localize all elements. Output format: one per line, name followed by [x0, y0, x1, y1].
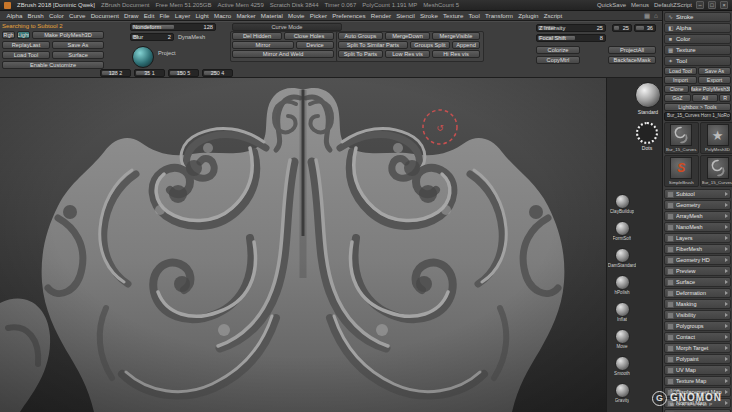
close-icon[interactable]: × — [720, 1, 728, 9]
save-as-button[interactable]: Save As — [52, 41, 104, 49]
tool-thumb-polymesh3d[interactable]: ★ PolyMesh3D — [700, 122, 732, 154]
mini-slider[interactable]: 150 5 — [168, 69, 199, 77]
palette-header[interactable]: ∿Stroke — [664, 12, 731, 22]
subpalette-row[interactable]: Deformation — [664, 288, 731, 298]
tool-thumb-current[interactable]: Bur_15_Curves — [664, 122, 699, 154]
device-button[interactable]: Device — [296, 41, 334, 49]
menu-item[interactable]: Texture — [440, 12, 465, 19]
menu-item[interactable]: Draw — [121, 12, 141, 19]
subpalette-row[interactable]: Preview — [664, 266, 731, 276]
load-tool-button[interactable]: Load Tool — [2, 51, 50, 59]
menu-item[interactable]: Curve — [66, 12, 88, 19]
backface-mask-button[interactable]: BackfaceMask — [608, 56, 656, 64]
title-right-item[interactable]: DefaultZScript — [654, 2, 692, 8]
groups-split-button[interactable]: Groups Split — [410, 41, 450, 49]
mini-slider[interactable]: 35 1 — [134, 69, 165, 77]
mini-slider[interactable]: 128 2 — [100, 69, 131, 77]
z-intensity-slider[interactable]: Z Intensity 25 — [536, 24, 606, 32]
close-holes-button[interactable]: Close Holes — [284, 32, 334, 40]
clone-button[interactable]: Clone — [664, 85, 689, 93]
brush-shortcut[interactable]: Gravity — [607, 383, 637, 410]
menu-item[interactable]: Brush — [25, 12, 46, 19]
subpalette-row[interactable]: NanoMesh — [664, 222, 731, 232]
menu-item[interactable]: Macro — [211, 12, 233, 19]
brush-shortcut[interactable]: hPolish — [607, 275, 637, 302]
menu-item[interactable]: Render — [368, 12, 393, 19]
subpalette-row[interactable]: Polypaint — [664, 354, 731, 364]
minimize-icon[interactable]: – — [696, 1, 704, 9]
import-button[interactable]: Import — [664, 76, 697, 84]
export-button[interactable]: Export — [698, 76, 731, 84]
surface-button[interactable]: Surface — [52, 51, 104, 59]
mini-slider[interactable]: 250 4 — [202, 69, 233, 77]
aux-slider-2[interactable]: 36 — [634, 24, 656, 32]
brush-shortcut[interactable]: Inflat — [607, 302, 637, 329]
curve-mode-button[interactable]: Curve Mode — [232, 23, 342, 31]
home-icon[interactable]: ⌂ — [654, 12, 658, 19]
palette-header[interactable]: ✦Tool — [664, 56, 731, 66]
blur-slider[interactable]: Blur 2 — [130, 33, 174, 41]
panel-save-as-button[interactable]: Save As — [698, 67, 731, 75]
subpalette-row[interactable]: Contact — [664, 332, 731, 342]
current-tool-name[interactable]: Bur_15_Curves Horn 1_NoRc4 — [664, 112, 731, 121]
document-canvas[interactable]: ↺ — [0, 78, 606, 412]
mirror-button[interactable]: Mirror — [232, 41, 294, 49]
menu-item[interactable]: Color — [46, 12, 66, 19]
colorize-button[interactable]: Colorize — [536, 46, 580, 54]
subpalette-row[interactable]: Subtool — [664, 189, 731, 199]
make-polymesh3d-button[interactable]: Make PolyMesh3D — [32, 31, 104, 39]
subpalette-row[interactable]: Morph Target — [664, 343, 731, 353]
subpalette-row[interactable]: FiberMesh — [664, 244, 731, 254]
brush-shortcut[interactable]: Smooth — [607, 356, 637, 383]
replay-last-button[interactable]: ReplayLast — [2, 41, 50, 49]
rgh-button[interactable]: Rgh — [2, 31, 15, 39]
subpalette-row[interactable]: Texture Map — [664, 376, 731, 386]
menu-item[interactable]: Document — [88, 12, 121, 19]
tool-thumb-simplebrush[interactable]: S SimpleBrush — [664, 155, 699, 187]
append-button[interactable]: Append — [452, 41, 480, 49]
menu-item[interactable]: File — [157, 12, 172, 19]
palette-header[interactable]: ■Color — [664, 34, 731, 44]
subpalette-row[interactable]: Visibility — [664, 310, 731, 320]
menu-item[interactable]: Stroke — [417, 12, 440, 19]
del-hidden-button[interactable]: Del Hidden — [232, 32, 282, 40]
panel-load-tool-button[interactable]: Load Tool — [664, 67, 697, 75]
hi-res-vis-button[interactable]: Hi Res vis — [432, 50, 480, 58]
focal-shift-slider[interactable]: Focal Shift 8 — [536, 34, 606, 42]
auto-groups-button[interactable]: Auto Groups — [338, 32, 383, 40]
goz-button[interactable]: GoZ — [664, 94, 691, 102]
brush-shortcut[interactable]: FormSoft — [607, 221, 637, 248]
menu-item[interactable]: Picker — [307, 12, 329, 19]
nondeform-slider[interactable]: Nondeform 128 — [130, 23, 216, 31]
tool-thumb-curves[interactable]: Bur_15_Curves H1 — [700, 155, 732, 187]
merge-down-button[interactable]: MergeDown — [385, 32, 430, 40]
merge-visible-button[interactable]: MergeVisible — [432, 32, 480, 40]
panel-make-polymesh3d-button[interactable]: Make PolyMesh3D — [690, 85, 731, 93]
subpalette-row[interactable]: Polygroups — [664, 321, 731, 331]
brush-shortcut[interactable]: DamStandard — [607, 248, 637, 275]
current-brush-thumb[interactable]: Standard — [635, 82, 661, 115]
menu-item[interactable]: Preferences — [330, 12, 369, 19]
mirror-and-weld-button[interactable]: Mirror And Weld — [232, 50, 334, 58]
aux-slider-1[interactable]: 25 — [612, 24, 632, 32]
low-res-vis-button[interactable]: Low Res vis — [385, 50, 430, 58]
material-preview-sphere[interactable] — [132, 46, 154, 68]
lightbox-tools-button[interactable]: Lightbox > Tools — [664, 103, 731, 111]
copy-mtrl-button[interactable]: CopyMtrl — [536, 56, 580, 64]
subpalette-row[interactable]: ArrayMesh — [664, 211, 731, 221]
brush-shortcut[interactable]: ClayBuildup — [607, 194, 637, 221]
menu-item[interactable]: Layer — [172, 12, 193, 19]
light-button[interactable]: Light — [17, 31, 30, 39]
menu-item[interactable]: Material — [258, 12, 285, 19]
menu-item[interactable]: Stencil — [394, 12, 418, 19]
split-to-parts-button[interactable]: Split To Parts — [338, 50, 383, 58]
palette-header[interactable]: ▦Texture — [664, 45, 731, 55]
project-all-button[interactable]: ProjectAll — [608, 46, 656, 54]
menu-item[interactable]: Zscript — [541, 12, 565, 19]
menu-item[interactable]: Edit — [141, 12, 157, 19]
menu-item[interactable]: Alpha — [4, 12, 25, 19]
maximize-icon[interactable]: □ — [708, 1, 716, 9]
enable-customize-button[interactable]: Enable Customize — [2, 61, 104, 69]
subpalette-row[interactable]: UV Map — [664, 365, 731, 375]
palette-header[interactable]: ◧Alpha — [664, 23, 731, 33]
